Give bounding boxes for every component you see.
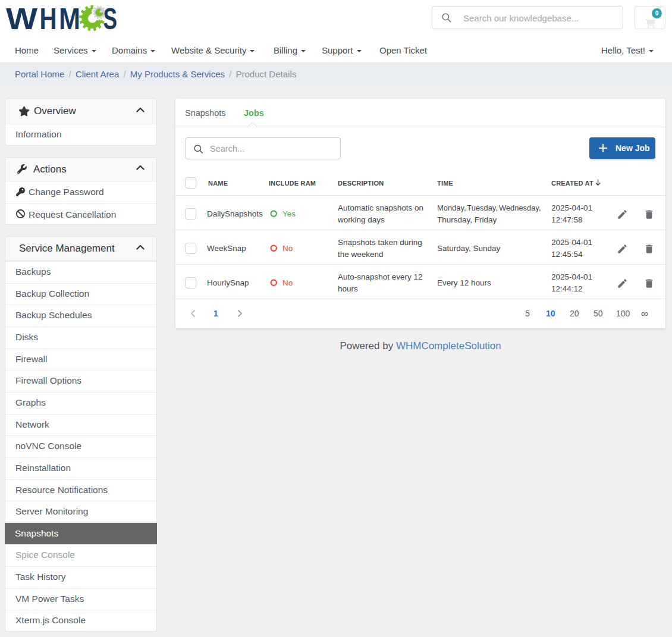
svg-text:M: M bbox=[59, 5, 80, 34]
svg-text:H: H bbox=[40, 5, 57, 34]
svg-text:S: S bbox=[103, 5, 118, 34]
svg-text:W: W bbox=[6, 5, 38, 34]
